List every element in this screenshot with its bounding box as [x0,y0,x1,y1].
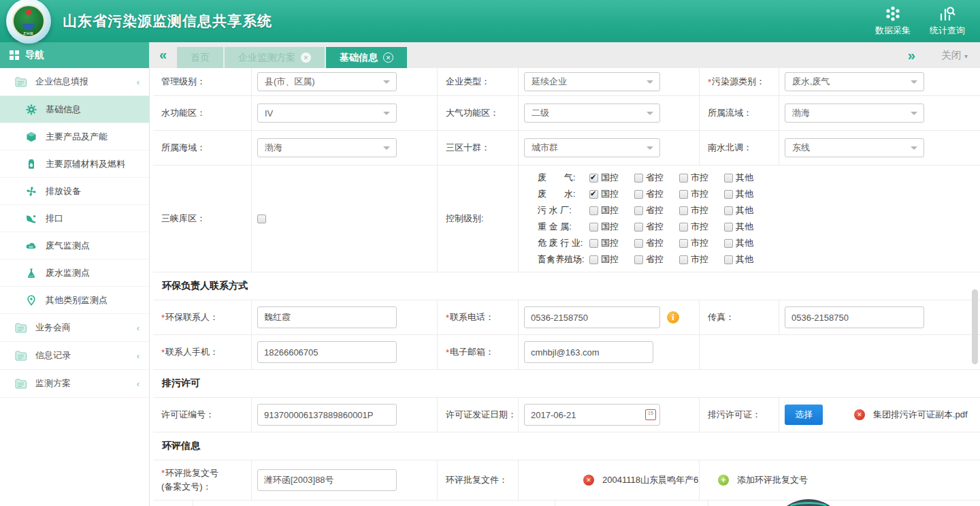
mobile-input[interactable] [257,341,397,363]
zone-group-select[interactable]: 城市群 [524,138,660,157]
nav-header: 导航 [0,42,149,68]
eia-no-input[interactable] [257,469,397,491]
sidebar-group-monitoring-plan[interactable]: 监测方案 ‹ [0,370,149,398]
grid-icon [10,50,19,60]
stats-query-button[interactable]: 统计查询 [930,5,965,37]
email-input[interactable] [524,341,653,363]
stats-search-icon [938,5,956,22]
sewage-national-checkbox[interactable] [589,206,598,215]
email-label: *电子邮箱： [438,335,519,369]
fuel-icon [26,159,37,170]
info-icon[interactable]: i [667,311,679,323]
add-icon[interactable]: + [718,475,729,486]
choose-file-button[interactable]: 选择 [785,405,823,425]
add-eia-no-link[interactable]: 添加环评批复文号 [737,474,808,486]
permit-section-title: 排污许可 [153,370,980,398]
permit-no-label: 许可证编号： [153,398,252,432]
contact-person-input[interactable] [257,306,397,328]
nav-title: 导航 [25,49,44,61]
manage-level-select[interactable]: 县(市、区属) [257,72,397,91]
permit-no-input[interactable] [257,404,397,426]
delete-file-icon[interactable]: ✕ [854,409,865,420]
hazard-province-checkbox[interactable] [634,239,643,248]
folder-icon [15,379,27,389]
air-func-select[interactable]: 二级 [524,104,660,123]
hazard-city-checkbox[interactable] [679,239,688,248]
sidebar-item-gas-monitoring[interactable]: co 废气监测点 [0,232,149,259]
permit-file-label: 排污许可证： [700,398,779,432]
gas-province-checkbox[interactable] [634,174,643,183]
phone-input[interactable] [524,306,660,328]
metal-province-checkbox[interactable] [634,223,643,232]
close-icon[interactable]: ✕ [301,52,311,63]
sidebar-item-emission-equipment[interactable]: 排放设备 [0,178,149,205]
flask-icon [26,268,37,279]
sewage-province-checkbox[interactable] [634,206,643,215]
pollution-type-label: *污染源类别： [700,68,779,95]
calendar-icon[interactable]: 15 [645,409,656,420]
tabs-scroll-left-icon[interactable]: « [159,48,167,61]
metal-national-checkbox[interactable] [589,223,598,232]
emblem-icon: ZHB [12,5,45,37]
sea-label: 所属海域： [153,131,252,165]
close-icon[interactable]: ✕ [383,52,393,63]
vertical-scrollbar[interactable] [972,289,978,364]
sidebar-group-enterprise-info[interactable]: 企业信息填报 ‹ [0,68,149,96]
water-func-select[interactable]: IV [257,104,397,123]
delete-file-icon[interactable]: ✕ [583,475,594,486]
water-transfer-select[interactable]: 东线 [785,138,924,157]
sidebar-item-outlet[interactable]: 排口 [0,205,149,232]
sewage-city-checkbox[interactable] [679,206,688,215]
collapse-chevron-icon: ‹ [137,379,140,389]
sidebar-item-products[interactable]: 主要产品及产能 [0,123,149,151]
basic-info-form: 管理级别： 县(市、区属) 企业类型： 延续企业 *污染源类别： 废水,废气 水… [150,68,980,506]
water-other-checkbox[interactable] [724,190,733,199]
eia-section-title: 环评信息 [153,432,980,460]
tab-enterprise-monitoring-plan[interactable]: 企业监测方案 ✕ [225,47,325,68]
metal-city-checkbox[interactable] [679,223,688,232]
livestock-national-checkbox[interactable] [589,255,598,264]
close-menu-button[interactable]: 关闭 ▾ [941,49,968,62]
company-type-select[interactable]: 延续企业 [524,72,660,91]
fax-label: 传真： [700,300,779,334]
permit-file-name[interactable]: 集团排污许可证副本.pdf [873,409,968,421]
phone-label: *联系电话： [438,300,519,334]
sewage-other-checkbox[interactable] [724,206,733,215]
logo-text: ZHB [23,31,33,35]
water-city-checkbox[interactable] [679,190,688,199]
collapse-chevron-icon: ‹ [137,351,140,361]
gas-national-checkbox[interactable] [589,174,598,183]
water-national-checkbox[interactable] [589,190,598,199]
svg-text:co: co [29,244,33,248]
sidebar-item-basic-info[interactable]: 基础信息 [0,96,149,123]
eia-file-name[interactable]: 20041118山东晨鸣年产6 [602,474,698,486]
fax-input[interactable] [785,306,924,328]
pollution-type-select[interactable]: 废水,废气 [785,72,924,91]
livestock-other-checkbox[interactable] [724,255,733,264]
tabs-scroll-right-icon[interactable]: » [908,48,915,62]
livestock-city-checkbox[interactable] [679,255,688,264]
folder-icon [15,323,27,333]
gas-city-checkbox[interactable] [679,174,688,183]
gas-other-checkbox[interactable] [724,174,733,183]
tab-basic-info[interactable]: 基础信息 ✕ [326,47,407,68]
fan-icon [26,186,37,197]
sidebar-group-business-consult[interactable]: 业务会商 ‹ [0,314,149,342]
data-collect-button[interactable]: 数据采集 [875,5,911,37]
sidebar-item-materials-fuel[interactable]: 主要原辅材料及燃料 [0,151,149,178]
three-gorges-checkbox[interactable] [257,215,266,223]
basin-select[interactable]: 渤海 [785,104,924,123]
hazard-national-checkbox[interactable] [589,239,598,248]
livestock-province-checkbox[interactable] [634,255,643,264]
sidebar-item-other-monitoring[interactable]: 其他类别监测点 [0,287,149,314]
gas-cloud-icon: co [26,240,37,251]
sidebar-group-info-records[interactable]: 信息记录 ‹ [0,342,149,370]
hazard-other-checkbox[interactable] [724,239,733,248]
metal-other-checkbox[interactable] [724,223,733,232]
sidebar-item-water-monitoring[interactable]: 废水监测点 [0,259,149,287]
tab-home[interactable]: 首页 [177,47,223,68]
location-pin-icon [26,295,37,306]
water-province-checkbox[interactable] [634,190,643,199]
sea-select[interactable]: 渤海 [257,138,397,157]
permit-date-input[interactable] [524,404,660,426]
